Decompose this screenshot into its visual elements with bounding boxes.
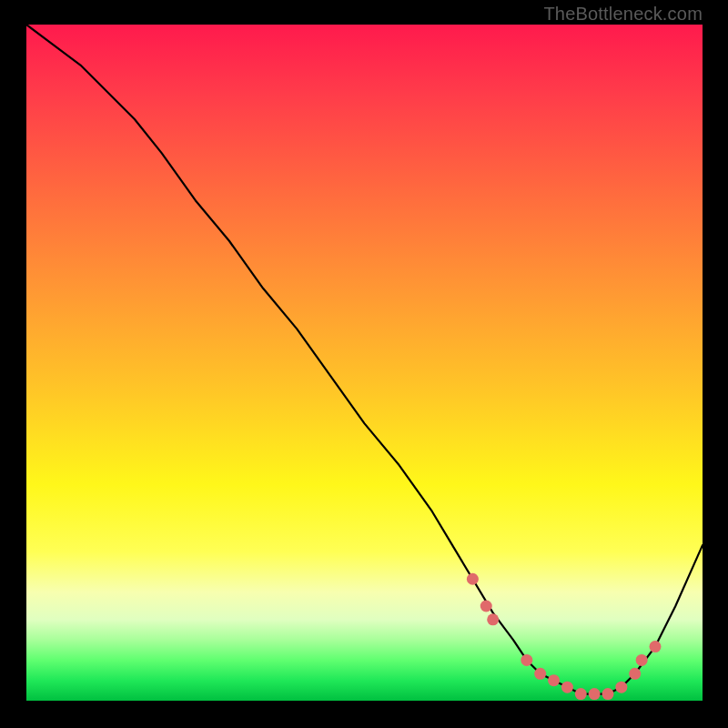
curve-marker [480,600,492,612]
curve-marker [534,668,546,680]
curve-marker [561,682,573,693]
bottleneck-curve [26,25,703,694]
curve-marker [649,641,661,652]
curve-marker [521,654,532,666]
curve-marker [615,682,627,693]
curve-marker [487,613,499,625]
watermark-text: TheBottleneck.com [543,4,703,25]
curve-marker [575,688,587,700]
curve-marker [636,654,648,666]
curve-marker [548,674,560,686]
curve-marker [629,668,641,680]
curve-marker [467,573,479,585]
curve-markers [467,573,662,700]
chart-frame: TheBottleneck.com [0,0,728,728]
curve-marker [602,688,613,700]
chart-svg [26,25,703,701]
plot-area [26,25,703,701]
curve-marker [589,688,601,700]
